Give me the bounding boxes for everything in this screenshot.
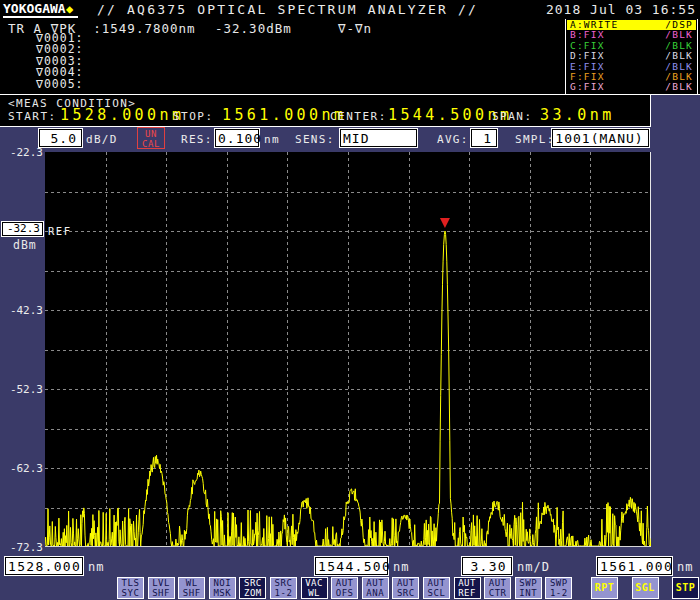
x-stop-field[interactable]: 1561.000 bbox=[597, 557, 672, 575]
marker-readout-panel: TR A ∇PK :1549.7800nm -32.30dBm ∇-∇n ∇00… bbox=[0, 18, 700, 95]
trace-status: /BLK bbox=[665, 82, 693, 92]
level-scale-unit: dB/D bbox=[86, 133, 118, 146]
softkey-vac-wl[interactable]: VACWL bbox=[301, 577, 328, 599]
meas-condition-panel: <MEAS CONDITION> START: 1528.000nm STOP:… bbox=[0, 95, 651, 127]
spectrum-canvas bbox=[45, 152, 651, 547]
softkey-aut-scl[interactable]: AUTSCL bbox=[423, 577, 450, 599]
trace-name: G:FIX bbox=[570, 82, 605, 92]
start-value: 1528.000nm bbox=[60, 106, 184, 124]
trace-name: D:FIX bbox=[570, 51, 605, 61]
y-axis-tick: -42.3 bbox=[2, 304, 43, 317]
softkey-aut-src[interactable]: AUTSRC bbox=[392, 577, 419, 599]
softkey-label-line2: CTR bbox=[485, 589, 510, 599]
softkey-stp[interactable]: STP bbox=[672, 577, 699, 599]
x-start-unit: nm bbox=[88, 560, 104, 574]
x-stop-unit: nm bbox=[677, 560, 693, 574]
softkey-label-line2: SCL bbox=[424, 589, 449, 599]
softkey-wl-shf[interactable]: WLSHF bbox=[178, 577, 205, 599]
avg-field[interactable]: 1 bbox=[471, 129, 497, 147]
marker-level-readout: -32.30dBm bbox=[215, 21, 292, 36]
uncal-badge: UN CAL bbox=[137, 127, 165, 149]
softkey-label-line2: OFS bbox=[332, 589, 357, 599]
y-axis-tick-top: -22.3 bbox=[2, 146, 43, 159]
x-center-field[interactable]: 1544.500 bbox=[315, 557, 388, 575]
softkey-tls-syc[interactable]: TLSSYC bbox=[117, 577, 144, 599]
softkey-aut-ctr[interactable]: AUTCTR bbox=[484, 577, 511, 599]
osa-screen: YOKOGAWA ◆ // AQ6375 OPTICAL SPECTRUM AN… bbox=[0, 0, 700, 600]
span-label: SPAN: bbox=[492, 110, 533, 123]
sens-label: SENS: bbox=[295, 133, 335, 146]
avg-label: AVG: bbox=[437, 133, 469, 146]
x-scale-unit: nm/D bbox=[517, 560, 550, 574]
smpl-label: SMPL: bbox=[515, 133, 555, 146]
softkey-label-line2: WL bbox=[302, 589, 327, 599]
softkey-label-line2: 1-2 bbox=[546, 589, 571, 599]
softkey-label-line2: 1-2 bbox=[271, 589, 296, 599]
trace-legend-panel: A:WRITE/DSPB:FIX/BLKC:FIX/BLKD:FIX/BLKE:… bbox=[565, 19, 698, 94]
softkey-aut-ofs[interactable]: AUTOFS bbox=[331, 577, 358, 599]
softkey-label-line2: ANA bbox=[363, 589, 388, 599]
softkey-lvl-shf[interactable]: LVLSHF bbox=[148, 577, 175, 599]
brand-diamond-icon: ◆ bbox=[66, 2, 73, 16]
marker-list-item: ∇0005: bbox=[36, 79, 84, 90]
marker-list: ∇0001:∇0002:∇0003:∇0004:∇0005: bbox=[36, 33, 84, 90]
softkey-label-line2: SYC bbox=[118, 589, 143, 599]
start-label: START: bbox=[8, 110, 57, 123]
softkey-aut-ref[interactable]: AUTREF bbox=[454, 577, 481, 599]
spectrum-plot bbox=[45, 152, 651, 547]
stop-value: 1561.000nm bbox=[222, 106, 346, 124]
softkey-label-line2: MSK bbox=[210, 589, 235, 599]
softkey-label-line2: ZOM bbox=[240, 589, 265, 599]
ref-level-field[interactable]: -32.3 bbox=[2, 222, 43, 236]
softkey-rpt[interactable]: RPT bbox=[591, 577, 618, 599]
res-unit: nm bbox=[264, 133, 280, 146]
softkey-noi-msk[interactable]: NOIMSK bbox=[209, 577, 236, 599]
softkey-label-line2: REF bbox=[455, 589, 480, 599]
y-axis-unit: dBm bbox=[13, 238, 37, 252]
level-scale-field[interactable]: 5.0 bbox=[39, 129, 82, 147]
res-field[interactable]: 0.100 bbox=[215, 129, 259, 147]
ref-line-label: REF bbox=[48, 225, 71, 237]
y-axis-tick: -52.3 bbox=[2, 383, 43, 396]
trace-status: /BLK bbox=[665, 51, 693, 61]
page-title: // AQ6375 OPTICAL SPECTRUM ANALYZER // bbox=[97, 2, 478, 17]
softkey-swp-1-2[interactable]: SWP1-2 bbox=[545, 577, 572, 599]
softkey-src-zom[interactable]: SRCZOM bbox=[239, 577, 266, 599]
trace-legend-row-d: D:FIX/BLK bbox=[567, 51, 696, 61]
softkey-label-line2: INT bbox=[516, 589, 541, 599]
x-scale-field[interactable]: 3.30 bbox=[462, 557, 512, 575]
title-bar: YOKOGAWA ◆ // AQ6375 OPTICAL SPECTRUM AN… bbox=[0, 0, 700, 18]
softkey-label-line2: SRC bbox=[393, 589, 418, 599]
softkey-sgl[interactable]: SGL bbox=[632, 577, 659, 599]
datetime: 2018 Jul 03 16:55 bbox=[546, 2, 696, 17]
center-label: CENTER: bbox=[330, 110, 387, 123]
softkey-swp-int[interactable]: SWPINT bbox=[515, 577, 542, 599]
softkey-label-line1: STP bbox=[673, 579, 698, 597]
y-axis-tick: -62.3 bbox=[2, 462, 43, 475]
uncal-line2: CAL bbox=[138, 139, 164, 149]
softkey-label-line1: RPT bbox=[592, 579, 617, 597]
softkey-label-line2: SHF bbox=[149, 589, 174, 599]
softkey-bar: TLSSYCLVLSHFWLSHFNOIMSKSRCZOMSRC1-2VACWL… bbox=[117, 577, 700, 599]
sens-field[interactable]: MID bbox=[340, 129, 417, 147]
x-center-unit: nm bbox=[393, 560, 409, 574]
softkey-aut-ana[interactable]: AUTANA bbox=[362, 577, 389, 599]
uncal-line1: UN bbox=[138, 129, 164, 139]
marker-mode-readout: ∇-∇n bbox=[338, 21, 372, 36]
x-start-field[interactable]: 1528.000 bbox=[5, 557, 83, 575]
span-value: 33.0nm bbox=[540, 106, 615, 124]
y-axis-tick: -72.3 bbox=[2, 541, 43, 554]
softkey-label-line1: SGL bbox=[633, 579, 658, 597]
smpl-field[interactable]: 1001(MANU) bbox=[552, 129, 649, 147]
softkey-label-line2: SHF bbox=[179, 589, 204, 599]
stop-label: STOP: bbox=[173, 110, 214, 123]
peak-marker-icon bbox=[440, 218, 450, 228]
res-label: RES: bbox=[181, 133, 213, 146]
softkey-src-1-2[interactable]: SRC1-2 bbox=[270, 577, 297, 599]
trace-legend-row-g: G:FIX/BLK bbox=[567, 82, 696, 92]
plot-grid bbox=[45, 152, 651, 547]
